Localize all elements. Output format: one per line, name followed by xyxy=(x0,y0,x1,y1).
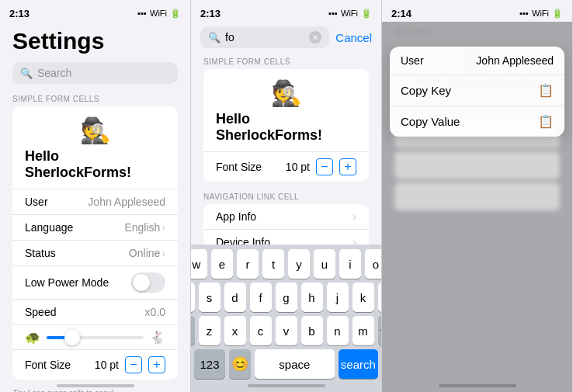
panel-search: 2:13 ▪▪▪ WiFi 🔋 🔍 fo ✕ Cancel SIMPLE FOR… xyxy=(191,0,382,392)
font-decrease-btn-2[interactable]: − xyxy=(316,158,333,175)
appinfo-chevron-2: › xyxy=(352,210,356,223)
panel-settings: 2:13 ▪▪▪ WiFi 🔋 Settings 🔍 Search SIMPLE… xyxy=(0,0,191,392)
font-increase-btn[interactable]: + xyxy=(148,356,165,373)
key-m[interactable]: m xyxy=(352,316,374,345)
search-input-value[interactable]: fo xyxy=(225,31,304,43)
key-x[interactable]: x xyxy=(224,316,246,345)
key-a[interactable]: a xyxy=(191,283,195,312)
key-t[interactable]: t xyxy=(262,249,284,279)
wifi-icon: WiFi xyxy=(150,9,167,18)
font-size-label-2: Font Size xyxy=(216,161,262,173)
settings-search-bar[interactable]: 🔍 Search xyxy=(12,62,178,84)
key-z[interactable]: z xyxy=(199,316,221,345)
keyboard-row-2: a s d f g h j k l xyxy=(194,283,378,312)
low-power-toggle[interactable] xyxy=(131,272,165,293)
key-f[interactable]: f xyxy=(250,283,272,312)
hello-title-2: Hello SherlockForms! xyxy=(216,111,356,144)
key-e[interactable]: e xyxy=(211,249,233,279)
key-j[interactable]: j xyxy=(327,283,349,312)
speed-value: x0.0 xyxy=(145,306,165,318)
keyboard-row-4: 123 😊 space search xyxy=(194,349,378,379)
low-power-row[interactable]: Low Power Mode xyxy=(12,265,178,299)
forms-card: 🕵️ Hello SherlockForms! User John Apples… xyxy=(12,106,178,380)
home-indicator-2 xyxy=(248,384,325,387)
key-search[interactable]: search xyxy=(339,349,378,379)
blurred-row-3 xyxy=(394,182,560,210)
speed-slider[interactable] xyxy=(47,336,144,339)
signal-icon: ▪▪▪ xyxy=(137,9,147,18)
appinfo-label-2: App Info xyxy=(216,210,256,223)
language-value: English › xyxy=(124,221,165,234)
status-bar-1: 2:13 ▪▪▪ WiFi 🔋 xyxy=(0,0,190,22)
key-emoji[interactable]: 😊 xyxy=(229,349,251,379)
status-time-2: 2:13 xyxy=(200,8,221,19)
slider-fill xyxy=(47,336,66,339)
key-w[interactable]: w xyxy=(191,249,207,279)
keyboard-row-1: q w e r t y u i o p xyxy=(194,249,378,279)
key-d[interactable]: d xyxy=(224,283,246,312)
appinfo-row-2[interactable]: App Info › xyxy=(203,204,369,229)
toggle-thumb xyxy=(133,274,150,291)
slider-left-icon: 🐢 xyxy=(25,330,40,345)
copy-key-item[interactable]: Copy Key 📋 xyxy=(390,75,564,106)
status-time-3: 2:14 xyxy=(391,8,412,19)
section-header-nav-2: NAVIGATION LINK CELL xyxy=(191,188,381,204)
cancel-button[interactable]: Cancel xyxy=(335,31,372,44)
key-u[interactable]: u xyxy=(314,249,335,279)
search-icon-2: 🔍 xyxy=(208,32,221,43)
key-h[interactable]: h xyxy=(301,283,323,312)
section-header-forms-2: SIMPLE FORM CELLS xyxy=(191,53,381,69)
status-row[interactable]: Status Online › xyxy=(12,240,178,265)
search-placeholder-1: Search xyxy=(37,67,71,79)
font-size-value: 10 pt xyxy=(95,359,119,371)
key-s[interactable]: s xyxy=(199,283,221,312)
key-o[interactable]: o xyxy=(365,249,382,279)
key-k[interactable]: k xyxy=(352,283,374,312)
font-stepper-2: 10 pt − + xyxy=(286,158,356,175)
home-indicator-3 xyxy=(439,384,516,387)
copy-key-label: Copy Key xyxy=(401,84,451,97)
key-i[interactable]: i xyxy=(339,249,361,279)
key-v[interactable]: v xyxy=(276,316,297,345)
search-field[interactable]: 🔍 fo ✕ xyxy=(200,26,329,48)
wifi-icon-3: WiFi xyxy=(532,9,549,18)
key-g[interactable]: g xyxy=(276,283,297,312)
speed-row: Speed x0.0 xyxy=(12,299,178,324)
battery-icon-2: 🔋 xyxy=(361,9,372,19)
copy-key-icon: 📋 xyxy=(538,83,554,98)
key-numbers[interactable]: 123 xyxy=(194,349,225,379)
search-active-bar: 🔍 fo ✕ Cancel xyxy=(191,22,381,53)
key-shift[interactable]: ⇧ xyxy=(191,316,195,345)
key-n[interactable]: n xyxy=(327,316,349,345)
context-menu-header: User John Appleseed xyxy=(390,47,564,75)
language-row[interactable]: Language English › xyxy=(12,214,178,240)
search-icon-1: 🔍 xyxy=(20,68,33,79)
copy-value-icon: 📋 xyxy=(538,114,554,129)
speed-slider-row[interactable]: 🐢 🐇 xyxy=(12,324,178,349)
hello-title-1: Hello SherlockForms! xyxy=(25,148,165,181)
status-time-1: 2:13 xyxy=(9,8,30,19)
signal-icon-2: ▪▪▪ xyxy=(328,9,338,18)
home-indicator-1 xyxy=(57,384,134,387)
user-value: John Appleseed xyxy=(88,196,165,208)
key-space[interactable]: space xyxy=(255,349,335,379)
status-bar-2: 2:13 ▪▪▪ WiFi 🔋 xyxy=(191,0,381,22)
search-clear-btn[interactable]: ✕ xyxy=(309,31,321,43)
slider-thumb xyxy=(64,330,80,345)
settings-title: Settings xyxy=(0,22,190,59)
font-decrease-btn[interactable]: − xyxy=(125,356,142,373)
key-b[interactable]: b xyxy=(301,316,323,345)
status-bar-3: 2:14 ▪▪▪ WiFi 🔋 xyxy=(382,0,572,22)
battery-icon-3: 🔋 xyxy=(552,9,563,19)
key-y[interactable]: y xyxy=(288,249,310,279)
copy-value-label: Copy Value xyxy=(401,115,460,128)
status-icons-1: ▪▪▪ WiFi 🔋 xyxy=(137,9,181,19)
forms-card-2: 🕵️ Hello SherlockForms! Font Size 10 pt … xyxy=(203,69,369,182)
copy-value-item[interactable]: Copy Value 📋 xyxy=(390,106,564,137)
status-value: Online › xyxy=(129,247,165,259)
font-increase-btn-2[interactable]: + xyxy=(339,158,356,175)
key-c[interactable]: c xyxy=(250,316,272,345)
key-r[interactable]: r xyxy=(237,249,259,279)
wifi-icon-2: WiFi xyxy=(341,9,358,18)
hello-box-2: 🕵️ Hello SherlockForms! xyxy=(203,69,369,151)
